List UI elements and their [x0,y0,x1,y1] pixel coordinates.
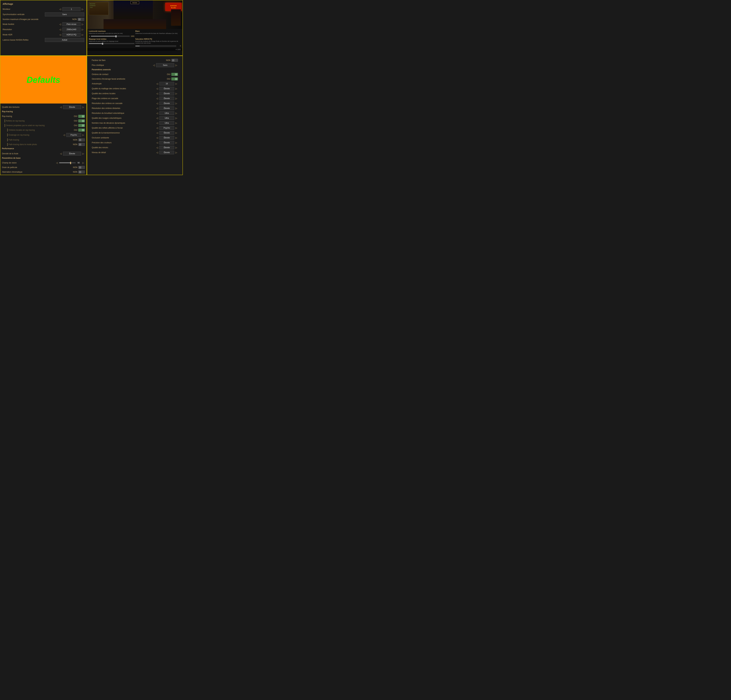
vsync-label: Synchronisation verticale [3,13,45,16]
chromatic-toggle[interactable] [78,170,85,173]
monitor-prev-btn[interactable]: ◁ [59,8,62,10]
motion-blur-prev-btn[interactable]: ◁ [153,64,156,66]
sub-bar-6 [7,143,8,146]
basic-params-section-title: Paramètres de base [2,157,85,159]
flare-value: NON [166,59,170,62]
right-panel-scroll[interactable]: Facteur de flare NON Flou cinétique ◁ Sa… [90,57,180,174]
cascade-range-next-btn[interactable]: ▷ [175,97,178,100]
resolution-next-btn[interactable]: ▷ [81,28,84,31]
lighting-rt-next-btn[interactable]: ▷ [82,134,85,136]
sun-shadows-toggle[interactable] [78,124,85,127]
fov-next-btn[interactable]: ▷ [82,161,85,164]
improved-lighting-label: Géométrie d'éclairage facial améliorée [92,78,167,80]
decals-prev-btn[interactable]: ◁ [156,122,159,124]
active-badge: Active [131,1,139,4]
raytracing-toggle[interactable] [78,115,85,118]
max-fps-label: Nombre maximum d'images par seconde [3,18,72,21]
volumetric-clouds-prev-btn[interactable]: ◁ [156,117,159,119]
screen-reflections-prev-btn[interactable]: ◁ [156,127,159,129]
white-desc: Détermine la luminosité de base de l'int… [135,32,181,35]
motion-blur-next-btn[interactable]: ▷ [175,64,178,66]
cascade-res-prev-btn[interactable]: ◁ [156,102,159,104]
saturation-desc: Enrichit les couleurs de l'image finale … [135,40,181,44]
tonemap-slider[interactable] [89,43,134,44]
color-precision-next-btn[interactable]: ▷ [175,141,178,144]
hdr-reset-btn[interactable]: ↺ 15€1 [175,48,181,50]
max-fps-toggle[interactable] [78,18,84,21]
texture-quality-prev-btn[interactable]: ◁ [59,106,62,108]
color-precision-prev-btn[interactable]: ◁ [156,141,159,144]
film-grain-label: Grain de pellicule [2,166,73,169]
texture-quality-next-btn[interactable]: ▷ [82,106,85,108]
sss-next-btn[interactable]: ▷ [175,132,178,134]
lighting-rt-label: Éclairage en ray-tracing [9,134,63,136]
reflections-toggle[interactable] [78,119,85,122]
volumetric-fog-next-btn[interactable]: ▷ [175,112,178,114]
path-photo-toggle[interactable] [78,143,85,146]
local-shadow-mesh-next-btn[interactable]: ▷ [175,88,178,90]
mirrors-prev-btn[interactable]: ◁ [156,147,159,149]
window-mode-prev-btn[interactable]: ◁ [59,23,62,25]
cascade-range-value: Élevée [159,97,174,100]
texture-quality-control: ◁ Élevée ▷ [59,105,85,109]
lod-next-btn[interactable]: ▷ [175,151,178,154]
improved-lighting-toggle[interactable] [171,78,178,81]
decals-label: Nombre max de décalcos dynamiques [92,122,156,124]
crowd-density-next-btn[interactable]: ▷ [82,153,85,155]
crowd-density-row: Densité de la foule ◁ Élevée ▷ [2,151,85,156]
cascade-range-label: Plage des ombres en cascade [92,97,156,100]
anisotropy-next-btn[interactable]: ▷ [175,82,178,85]
path-tracing-toggle[interactable] [78,138,85,141]
fov-prev-btn[interactable]: ◁ [55,161,59,164]
hdr-mode-next-btn[interactable]: ▷ [81,34,84,36]
local-shadow-mesh-prev-btn[interactable]: ◁ [156,88,159,90]
mirrors-next-btn[interactable]: ▷ [175,147,178,149]
motion-blur-control: ◁ Sans ▷ [153,63,178,67]
film-grain-toggle[interactable] [78,166,85,169]
anisotropy-prev-btn[interactable]: ◁ [156,82,159,85]
improved-lighting-row: Géométrie d'éclairage facial améliorée O… [92,77,178,81]
luminosity-title: Luminosité maximum [89,30,134,32]
defaults-panel: Defaults [0,56,87,104]
decals-next-btn[interactable]: ▷ [175,122,178,124]
monitor-value: 1 [62,7,81,11]
fov-slider[interactable] [59,162,76,163]
flare-toggle[interactable] [171,59,178,62]
path-photo-row: Path-tracing dans le mode photo NON [2,142,85,147]
contact-shadows-label: Ombres de contact [92,73,167,75]
crowd-density-prev-btn[interactable]: ◁ [59,153,62,155]
monitor-next-btn[interactable]: ▷ [81,8,84,10]
luminosity-slider-row: ☀ 1000 [89,35,134,37]
volumetric-fog-prev-btn[interactable]: ◁ [156,112,159,114]
volumetric-clouds-next-btn[interactable]: ▷ [175,117,178,119]
lod-prev-btn[interactable]: ◁ [156,151,159,154]
motion-blur-row: Flou cinétique ◁ Sans ▷ [92,63,178,68]
fov-slider-thumb [70,162,71,164]
ambient-occlusion-prev-btn[interactable]: ◁ [156,136,159,139]
cascade-range-prev-btn[interactable]: ◁ [156,97,159,100]
local-shadows-prev-btn[interactable]: ◁ [156,92,159,95]
distant-shadows-prev-btn[interactable]: ◁ [156,107,159,109]
reflex-row: Latence basse NVIDIA Reflex Activé [3,37,84,43]
motion-blur-label: Flou cinétique [92,64,153,66]
path-tracing-row: Path-tracing NON [2,138,85,142]
screen-reflections-control: ◁ Psycho ▷ [156,126,178,130]
local-shadows-rt-toggle[interactable] [78,129,85,132]
lighting-rt-prev-btn[interactable]: ◁ [63,134,66,136]
contact-shadows-toggle[interactable] [171,73,178,76]
resolution-prev-btn[interactable]: ◁ [59,28,62,31]
cascade-res-next-btn[interactable]: ▷ [175,102,178,104]
contact-shadows-control: OUI [167,73,178,76]
saturation-slider[interactable] [135,45,176,47]
window-mode-next-btn[interactable]: ▷ [81,23,84,25]
cascade-res-control: ◁ Élevée ▷ [156,101,178,105]
ambient-occlusion-next-btn[interactable]: ▷ [175,136,178,139]
hdr-mode-prev-btn[interactable]: ◁ [59,34,62,36]
local-shadows-next-btn[interactable]: ▷ [175,92,178,95]
cascade-res-value: Élevée [159,101,174,105]
resolution-control: ◁ 2560x1440 ▷ [59,28,84,31]
luminosity-slider[interactable] [91,36,129,37]
sss-prev-btn[interactable]: ◁ [156,132,159,134]
screen-reflections-next-btn[interactable]: ▷ [175,127,178,129]
distant-shadows-next-btn[interactable]: ▷ [175,107,178,109]
